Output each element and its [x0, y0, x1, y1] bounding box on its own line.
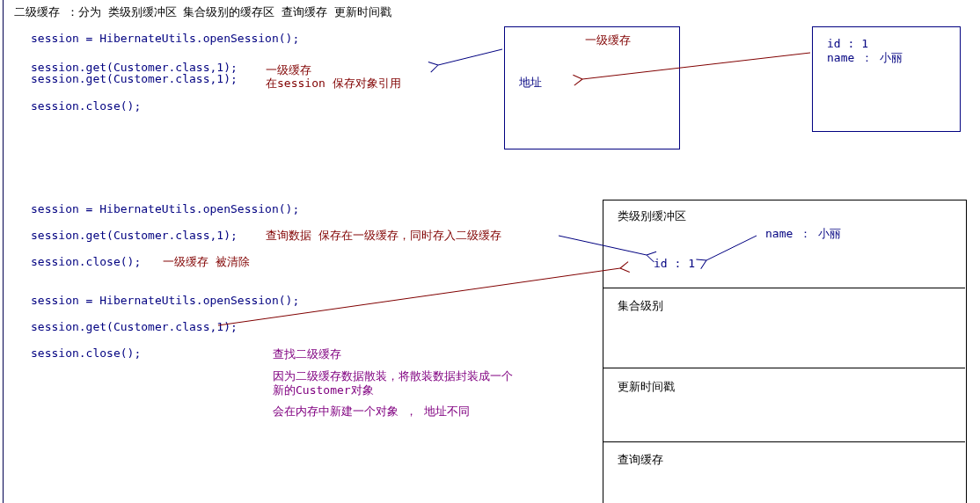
svg-line-0	[438, 49, 502, 65]
note-level1-cache: 一级缓存	[266, 63, 311, 77]
code2-line2-note: 查询数据 保存在一级缓存，同时存入二级缓存	[266, 229, 501, 243]
code2-line4: session = HibernateUtils.openSession();	[31, 294, 299, 308]
level2-divider-2	[603, 368, 965, 368]
explain-1: 查找二级缓存	[273, 347, 341, 361]
explain-2: 因为二级缓存数据散装，将散装数据封装成一个新的Customer对象	[273, 369, 519, 398]
level2-divider-1	[603, 288, 965, 288]
page-title: 二级缓存 ：分为 类级别缓冲区 集合级别的缓存区 查询缓存 更新时间戳	[14, 5, 391, 19]
code1-line3: session.get(Customer.class,1);	[31, 72, 238, 86]
level2-sec4-title: 查询缓存	[618, 453, 663, 467]
box-level1-cache-title: 一级缓存	[585, 33, 631, 47]
code1-line1: session = HibernateUtils.openSession();	[31, 32, 299, 46]
code2-line3: session.close();	[31, 255, 141, 269]
level2-sec1-title: 类级别缓冲区	[618, 209, 686, 223]
box-level1-cache-content: 地址	[519, 76, 542, 90]
code2-line1: session = HibernateUtils.openSession();	[31, 202, 299, 216]
explain-3: 会在内存中新建一个对象 ， 地址不同	[273, 405, 470, 419]
code2-line3-note: 一级缓存 被清除	[163, 255, 250, 269]
data-id: id : 1	[827, 37, 868, 51]
level2-divider-3	[603, 441, 965, 442]
data-name: name ： 小丽	[827, 51, 903, 65]
level2-sec1-name: name ： 小丽	[765, 227, 841, 241]
code2-line6: session.close();	[31, 346, 141, 361]
diagram-canvas: 二级缓存 ：分为 类级别缓冲区 集合级别的缓存区 查询缓存 更新时间戳 sess…	[0, 0, 980, 503]
note-session-save-ref: 在session 保存对象引用	[266, 77, 401, 91]
level2-sec3-title: 更新时间戳	[618, 380, 675, 394]
page-left-border	[3, 0, 4, 503]
level2-sec2-title: 集合级别	[618, 299, 663, 313]
code2-line2: session.get(Customer.class,1);	[31, 229, 238, 243]
level2-sec1-id: id : 1	[654, 257, 695, 271]
code2-line5: session.get(Customer.class,1);	[31, 320, 238, 334]
code1-line4: session.close();	[31, 99, 141, 113]
